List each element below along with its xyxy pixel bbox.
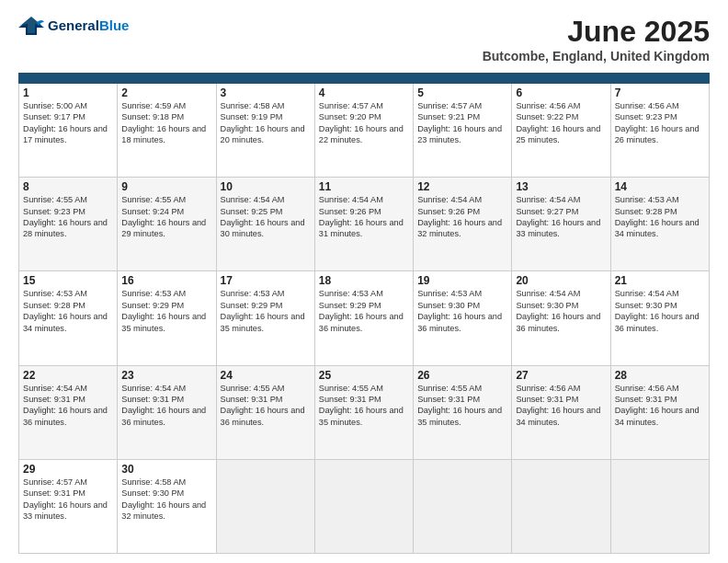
day-number: 7 — [615, 86, 705, 99]
calendar-table: 1Sunrise: 5:00 AMSunset: 9:17 PMDaylight… — [18, 73, 710, 554]
table-row — [314, 459, 413, 553]
calendar-week-1: 8Sunrise: 4:55 AMSunset: 9:23 PMDaylight… — [19, 178, 710, 271]
day-number: 8 — [23, 180, 113, 193]
table-row: 8Sunrise: 4:55 AMSunset: 9:23 PMDaylight… — [19, 178, 118, 271]
table-row: 28Sunrise: 4:56 AMSunset: 9:31 PMDayligh… — [610, 365, 709, 459]
day-info: Sunrise: 4:59 AMSunset: 9:18 PMDaylight:… — [121, 100, 211, 146]
col-monday — [118, 74, 216, 84]
day-info: Sunrise: 4:54 AMSunset: 9:30 PMDaylight:… — [615, 288, 705, 334]
table-row: 2Sunrise: 4:59 AMSunset: 9:18 PMDaylight… — [118, 84, 216, 178]
day-number: 26 — [417, 369, 507, 382]
day-info: Sunrise: 4:56 AMSunset: 9:31 PMDaylight:… — [516, 383, 606, 429]
table-row: 26Sunrise: 4:55 AMSunset: 9:31 PMDayligh… — [414, 365, 512, 459]
day-number: 27 — [516, 369, 606, 382]
day-number: 5 — [417, 86, 507, 99]
table-row: 19Sunrise: 4:53 AMSunset: 9:30 PMDayligh… — [414, 271, 512, 365]
month-title: June 2025 — [483, 15, 710, 49]
table-row: 17Sunrise: 4:53 AMSunset: 9:29 PMDayligh… — [216, 271, 314, 365]
table-row: 20Sunrise: 4:54 AMSunset: 9:30 PMDayligh… — [512, 271, 610, 365]
table-row: 25Sunrise: 4:55 AMSunset: 9:31 PMDayligh… — [314, 365, 413, 459]
day-info: Sunrise: 4:56 AMSunset: 9:23 PMDaylight:… — [615, 100, 705, 146]
day-info: Sunrise: 4:56 AMSunset: 9:31 PMDaylight:… — [615, 383, 705, 429]
table-row: 15Sunrise: 4:53 AMSunset: 9:28 PMDayligh… — [19, 271, 118, 365]
day-number: 17 — [221, 274, 311, 287]
day-number: 14 — [615, 180, 705, 193]
table-row: 24Sunrise: 4:55 AMSunset: 9:31 PMDayligh… — [216, 365, 314, 459]
day-number: 15 — [23, 274, 113, 287]
table-row: 29Sunrise: 4:57 AMSunset: 9:31 PMDayligh… — [19, 459, 118, 553]
table-row — [610, 459, 709, 553]
day-number: 11 — [319, 180, 409, 193]
table-row: 27Sunrise: 4:56 AMSunset: 9:31 PMDayligh… — [512, 365, 610, 459]
table-row: 13Sunrise: 4:54 AMSunset: 9:27 PMDayligh… — [512, 178, 610, 271]
page: GeneralBlue June 2025 Butcombe, England,… — [0, 0, 728, 563]
day-number: 16 — [121, 274, 211, 287]
calendar-header-row — [19, 74, 710, 84]
table-row: 16Sunrise: 4:53 AMSunset: 9:29 PMDayligh… — [118, 271, 216, 365]
day-info: Sunrise: 4:58 AMSunset: 9:30 PMDaylight:… — [121, 477, 211, 523]
logo-icon — [18, 15, 44, 37]
day-number: 25 — [319, 369, 409, 382]
table-row: 22Sunrise: 4:54 AMSunset: 9:31 PMDayligh… — [19, 365, 118, 459]
calendar-week-3: 22Sunrise: 4:54 AMSunset: 9:31 PMDayligh… — [19, 365, 710, 459]
col-tuesday — [216, 74, 314, 84]
day-info: Sunrise: 4:57 AMSunset: 9:20 PMDaylight:… — [319, 100, 409, 146]
col-saturday — [610, 74, 709, 84]
table-row: 11Sunrise: 4:54 AMSunset: 9:26 PMDayligh… — [314, 178, 413, 271]
day-number: 22 — [23, 369, 113, 382]
col-wednesday — [314, 74, 413, 84]
logo-text: GeneralBlue — [48, 17, 129, 34]
day-number: 29 — [23, 463, 113, 476]
table-row: 30Sunrise: 4:58 AMSunset: 9:30 PMDayligh… — [118, 459, 216, 553]
header: GeneralBlue June 2025 Butcombe, England,… — [18, 15, 710, 63]
table-row — [512, 459, 610, 553]
table-row — [414, 459, 512, 553]
day-info: Sunrise: 4:54 AMSunset: 9:31 PMDaylight:… — [121, 383, 211, 429]
day-info: Sunrise: 4:53 AMSunset: 9:28 PMDaylight:… — [615, 194, 705, 240]
title-block: June 2025 Butcombe, England, United King… — [483, 15, 710, 63]
day-info: Sunrise: 4:55 AMSunset: 9:31 PMDaylight:… — [319, 383, 409, 429]
table-row: 14Sunrise: 4:53 AMSunset: 9:28 PMDayligh… — [610, 178, 709, 271]
day-number: 24 — [221, 369, 311, 382]
day-number: 2 — [121, 86, 211, 99]
day-info: Sunrise: 5:00 AMSunset: 9:17 PMDaylight:… — [23, 100, 113, 146]
day-info: Sunrise: 4:53 AMSunset: 9:29 PMDaylight:… — [319, 288, 409, 334]
day-info: Sunrise: 4:53 AMSunset: 9:29 PMDaylight:… — [121, 288, 211, 334]
table-row: 4Sunrise: 4:57 AMSunset: 9:20 PMDaylight… — [314, 84, 413, 178]
day-number: 6 — [516, 86, 606, 99]
table-row: 7Sunrise: 4:56 AMSunset: 9:23 PMDaylight… — [610, 84, 709, 178]
day-number: 30 — [121, 463, 211, 476]
day-number: 28 — [615, 369, 705, 382]
day-info: Sunrise: 4:54 AMSunset: 9:27 PMDaylight:… — [516, 194, 606, 240]
logo: GeneralBlue — [18, 15, 129, 37]
day-info: Sunrise: 4:54 AMSunset: 9:25 PMDaylight:… — [221, 194, 311, 240]
day-info: Sunrise: 4:55 AMSunset: 9:24 PMDaylight:… — [121, 194, 211, 240]
day-number: 3 — [221, 86, 311, 99]
day-info: Sunrise: 4:54 AMSunset: 9:26 PMDaylight:… — [417, 194, 507, 240]
day-number: 23 — [121, 369, 211, 382]
day-info: Sunrise: 4:56 AMSunset: 9:22 PMDaylight:… — [516, 100, 606, 146]
day-info: Sunrise: 4:54 AMSunset: 9:31 PMDaylight:… — [23, 383, 113, 429]
location-title: Butcombe, England, United Kingdom — [483, 49, 710, 63]
day-number: 19 — [417, 274, 507, 287]
day-info: Sunrise: 4:55 AMSunset: 9:31 PMDaylight:… — [417, 383, 507, 429]
day-info: Sunrise: 4:53 AMSunset: 9:30 PMDaylight:… — [417, 288, 507, 334]
day-info: Sunrise: 4:54 AMSunset: 9:26 PMDaylight:… — [319, 194, 409, 240]
day-info: Sunrise: 4:57 AMSunset: 9:21 PMDaylight:… — [417, 100, 507, 146]
day-info: Sunrise: 4:53 AMSunset: 9:29 PMDaylight:… — [221, 288, 311, 334]
calendar-week-2: 15Sunrise: 4:53 AMSunset: 9:28 PMDayligh… — [19, 271, 710, 365]
table-row: 18Sunrise: 4:53 AMSunset: 9:29 PMDayligh… — [314, 271, 413, 365]
day-number: 18 — [319, 274, 409, 287]
table-row: 10Sunrise: 4:54 AMSunset: 9:25 PMDayligh… — [216, 178, 314, 271]
calendar-week-4: 29Sunrise: 4:57 AMSunset: 9:31 PMDayligh… — [19, 459, 710, 553]
table-row: 1Sunrise: 5:00 AMSunset: 9:17 PMDaylight… — [19, 84, 118, 178]
table-row: 23Sunrise: 4:54 AMSunset: 9:31 PMDayligh… — [118, 365, 216, 459]
day-number: 13 — [516, 180, 606, 193]
day-info: Sunrise: 4:53 AMSunset: 9:28 PMDaylight:… — [23, 288, 113, 334]
day-info: Sunrise: 4:58 AMSunset: 9:19 PMDaylight:… — [221, 100, 311, 146]
day-number: 21 — [615, 274, 705, 287]
day-info: Sunrise: 4:55 AMSunset: 9:31 PMDaylight:… — [221, 383, 311, 429]
col-sunday — [19, 74, 118, 84]
day-number: 12 — [417, 180, 507, 193]
day-info: Sunrise: 4:57 AMSunset: 9:31 PMDaylight:… — [23, 477, 113, 523]
